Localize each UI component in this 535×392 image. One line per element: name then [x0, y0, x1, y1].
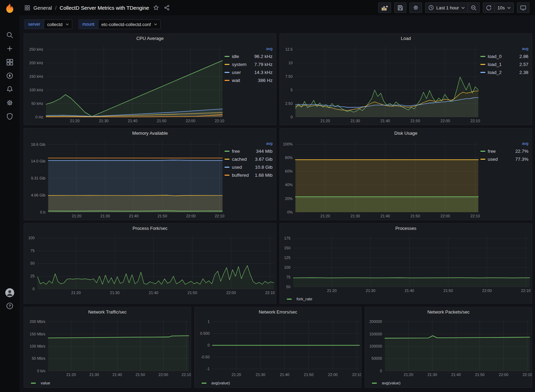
variable-mount-label: mount	[79, 19, 98, 29]
legend-item-free[interactable]: free 22.7%	[480, 147, 528, 155]
svg-text:5: 5	[291, 88, 293, 92]
svg-text:22:10: 22:10	[265, 291, 275, 295]
svg-text:21:50: 21:50	[411, 214, 420, 218]
legend-avg-header: avg	[225, 140, 273, 147]
svg-text:175: 175	[284, 236, 290, 240]
panel-cpu-average: CPU Average 0 Hz50 kHz100 kHz150 kHz200 …	[24, 33, 276, 125]
legend-item-load2[interactable]: load_2 2.38	[480, 68, 528, 76]
svg-text:21:50: 21:50	[475, 373, 485, 377]
svg-text:22:00: 22:00	[440, 214, 450, 218]
svg-text:75: 75	[30, 249, 34, 253]
panel-title[interactable]: Disk Usage	[280, 128, 532, 138]
series-color-swatch	[225, 159, 229, 160]
variable-mount-dropdown[interactable]: etc-collectd-collectd.conf	[98, 19, 161, 29]
processes-chart[interactable]: 507510012515017521:2021:3021:4021:5022:0…	[282, 233, 532, 294]
svg-text:50: 50	[30, 261, 34, 265]
disk-usage-chart[interactable]: 0%20%40%60%80%100%21:2021:3021:4021:5022…	[282, 138, 480, 220]
svg-text:21:20: 21:20	[404, 373, 414, 377]
time-range-picker[interactable]: Last 1 hour	[425, 2, 468, 13]
configuration-gear-icon[interactable]	[6, 99, 14, 107]
panel-title[interactable]: CPU Average	[24, 34, 276, 43]
dashboards-grid-icon[interactable]	[6, 58, 14, 66]
legend-item-free[interactable]: free 344 Mib	[225, 147, 273, 155]
network-traffic-chart[interactable]: 0 b/s50 Mb/s100 Mb/s150 Mb/s200 Mb/s21:2…	[26, 317, 191, 378]
panel-title[interactable]: Memory Available	[24, 128, 276, 138]
legend-item-load1[interactable]: load_1 2.57	[480, 60, 528, 68]
legend-avg-header: avg	[480, 45, 528, 52]
svg-text:21:50: 21:50	[411, 119, 420, 123]
cpu-average-chart[interactable]: 0 Hz50 kHz100 kHz150 kHz200 kHz250 kHz21…	[26, 43, 225, 125]
processes-legend[interactable]: fork_rate	[280, 294, 532, 303]
legend-item-used[interactable]: used 10.8 Gib	[225, 163, 273, 171]
user-avatar[interactable]	[5, 288, 14, 297]
svg-text:22:00: 22:00	[328, 373, 338, 377]
svg-text:22:10: 22:10	[215, 119, 225, 123]
legend-item-load0[interactable]: load_0 2.86	[480, 52, 528, 60]
panel-title[interactable]: Network Traffic/sec	[24, 307, 191, 317]
process-fork-chart[interactable]: 025507510021:2021:3021:4021:5022:0022:10	[26, 233, 276, 297]
explore-compass-icon[interactable]	[6, 72, 14, 80]
load-chart[interactable]: 02.5057.501012.521:2021:3021:4021:5022:0…	[282, 43, 480, 125]
refresh-button[interactable]	[483, 2, 495, 13]
svg-text:100 kHz: 100 kHz	[29, 88, 43, 92]
svg-text:22:00: 22:00	[159, 373, 168, 377]
network-errors-legend[interactable]: avg(value)	[195, 378, 362, 387]
add-panel-button[interactable]	[378, 2, 391, 13]
svg-text:50 Mb/s: 50 Mb/s	[32, 356, 46, 360]
variable-server-dropdown[interactable]: collectd	[44, 19, 72, 29]
legend-item-wait[interactable]: wait 386 Hz	[225, 76, 273, 84]
svg-text:10: 10	[289, 61, 293, 65]
zoom-out-button[interactable]	[468, 2, 480, 13]
panel-title[interactable]: Processes	[280, 224, 532, 233]
legend-item-cached[interactable]: cached 3.67 Gib	[225, 155, 273, 163]
share-icon[interactable]	[163, 4, 171, 11]
legend-item-user[interactable]: user 14.3 kHz	[225, 68, 273, 76]
grafana-logo-icon[interactable]	[4, 2, 16, 14]
memory-available-chart[interactable]: 0 b4.66 Gib9.31 Gib14.0 Gib18.6 Gib21:20…	[26, 138, 225, 220]
legend-item-used[interactable]: used 77.3%	[480, 155, 528, 163]
search-icon[interactable]	[6, 31, 14, 39]
legend-item-buffered[interactable]: buffered 1.68 Mib	[225, 171, 273, 179]
series-color-swatch	[225, 72, 229, 73]
panel-title[interactable]: Network Errors/sec	[195, 307, 362, 317]
panel-title[interactable]: Network Packets/sec	[365, 307, 532, 317]
svg-text:22:00: 22:00	[440, 119, 450, 123]
panel-title[interactable]: Load	[280, 34, 532, 43]
refresh-interval-dropdown[interactable]: 10s	[494, 2, 514, 13]
admin-shield-icon[interactable]	[6, 112, 14, 120]
alerting-bell-icon[interactable]	[6, 85, 14, 93]
svg-text:12.5: 12.5	[285, 47, 292, 51]
variable-server: server collectd	[24, 19, 72, 29]
svg-text:50: 50	[286, 285, 290, 289]
network-traffic-legend[interactable]: value	[24, 378, 191, 387]
help-icon[interactable]: ?	[6, 302, 14, 310]
panel-load: Load 02.5057.501012.521:2021:3021:4021:5…	[279, 33, 532, 125]
svg-text:21:40: 21:40	[405, 289, 414, 293]
svg-text:21:20: 21:20	[232, 373, 241, 377]
page-title: CollectD Server Metrics with TDengine	[60, 5, 149, 11]
svg-text:0.500: 0.500	[200, 331, 210, 335]
svg-text:21:50: 21:50	[188, 291, 197, 295]
star-icon[interactable]	[152, 4, 160, 11]
refresh-interval-label: 10s	[497, 5, 505, 10]
svg-text:7.50: 7.50	[285, 74, 292, 78]
panel-title[interactable]: Process Fork/sec	[24, 224, 276, 233]
svg-text:200 Mb/s: 200 Mb/s	[30, 319, 46, 324]
legend-avg-header: avg	[225, 45, 273, 52]
save-dashboard-button[interactable]	[394, 2, 406, 13]
breadcrumb: General / CollectD Server Metrics with T…	[24, 4, 378, 11]
network-errors-chart[interactable]: 10.5000-0.50-121:2021:3021:4021:5022:002…	[197, 317, 362, 378]
network-packets-legend[interactable]: avg(value)	[365, 378, 532, 387]
svg-text:0 Hz: 0 Hz	[35, 115, 43, 119]
dashboard-settings-button[interactable]	[410, 2, 422, 13]
svg-text:22:00: 22:00	[499, 373, 509, 377]
network-packets-chart[interactable]: 05000010000015000020000021:2021:3021:402…	[367, 317, 532, 378]
legend-item-system[interactable]: system 7.79 kHz	[225, 60, 273, 68]
cycle-view-mode-button[interactable]	[517, 2, 529, 13]
svg-text:22:00: 22:00	[186, 214, 196, 218]
series-color-swatch	[225, 167, 229, 168]
breadcrumb-folder[interactable]: General	[33, 5, 52, 11]
create-plus-icon[interactable]	[6, 44, 14, 53]
legend-item-idle[interactable]: idle 96.2 kHz	[225, 52, 273, 60]
legend-series-name: avg(value)	[382, 381, 400, 385]
